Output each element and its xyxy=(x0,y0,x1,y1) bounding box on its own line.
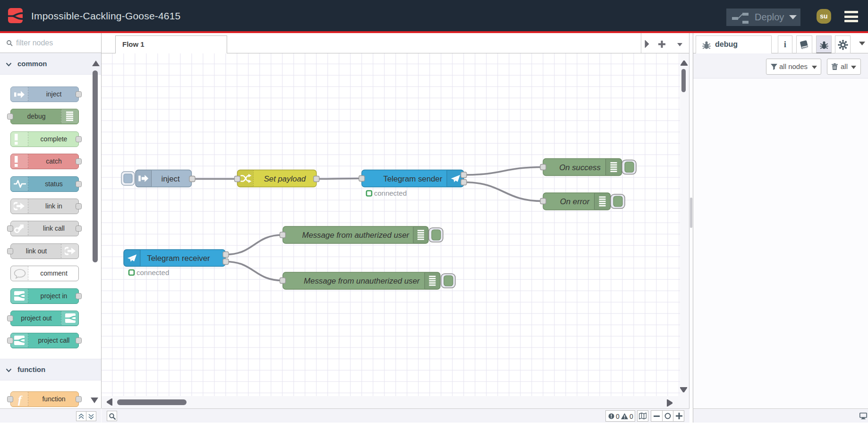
svg-text:Telegram sender: Telegram sender xyxy=(383,174,443,183)
svg-text:connected: connected xyxy=(374,189,407,197)
svg-text:On success: On success xyxy=(559,163,601,172)
svg-text:connected: connected xyxy=(136,268,169,277)
svg-text:On error: On error xyxy=(560,197,590,206)
svg-text:Set payload: Set payload xyxy=(264,174,306,183)
svg-text:Message from unautherized user: Message from unautherized user xyxy=(304,277,420,286)
svg-text:inject: inject xyxy=(161,174,180,183)
svg-text:f: f xyxy=(18,393,23,406)
svg-text:Telegram receiver: Telegram receiver xyxy=(147,254,210,263)
svg-text:Message from autherized user: Message from autherized user xyxy=(302,231,410,240)
